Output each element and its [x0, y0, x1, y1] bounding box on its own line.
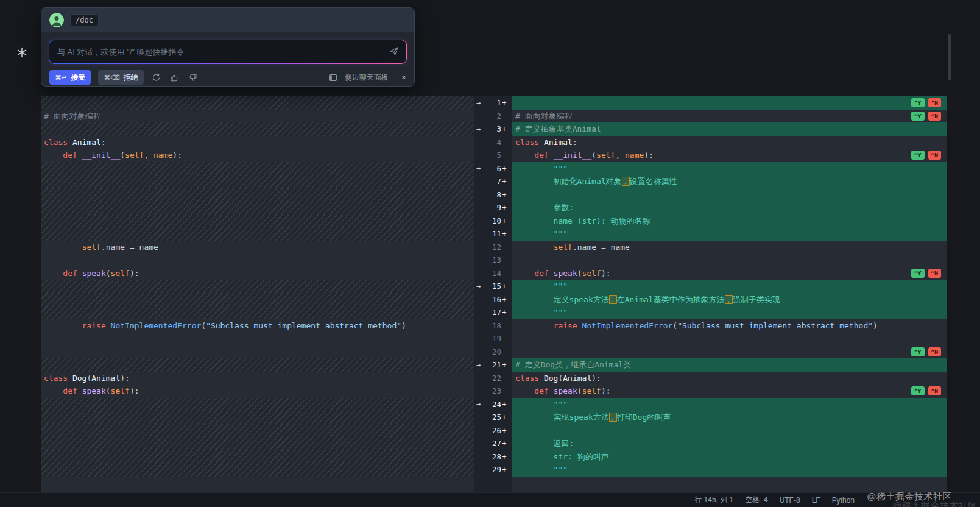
side-panel-icon [328, 72, 339, 83]
code-token: Animal [91, 374, 120, 383]
added-code-line[interactable]: """ [512, 227, 947, 241]
added-code-line[interactable]: 初始化Animal对象，设置名称属性 [512, 175, 947, 188]
hunk-reject-button[interactable]: ^N [928, 386, 941, 395]
alignment-placeholder-line[interactable] [41, 424, 474, 438]
modified-code-line[interactable]: # 面向对象编程^Y^N [512, 110, 947, 123]
alignment-placeholder-line[interactable] [41, 463, 474, 477]
original-code-line[interactable]: def __init__(self, name): [41, 149, 474, 162]
inline-chat-trigger-icon[interactable] [16, 47, 27, 58]
added-code-line[interactable] [512, 188, 947, 202]
added-code-line[interactable]: """ [512, 280, 947, 293]
modified-code-line[interactable]: def speak(self):^Y^N [512, 267, 947, 280]
alignment-placeholder-line[interactable] [41, 227, 474, 241]
modified-code-line[interactable]: ^Y^N [512, 346, 947, 359]
alignment-placeholder-line[interactable] [41, 175, 474, 188]
alignment-placeholder-line[interactable] [41, 437, 474, 450]
hunk-accept-button[interactable]: ^Y [911, 347, 924, 356]
hunk-accept-button[interactable]: ^Y [911, 386, 924, 395]
hunk-reject-button[interactable]: ^N [928, 151, 941, 160]
chat-input[interactable] [49, 40, 406, 63]
hunk-accept-button[interactable]: ^Y [911, 98, 924, 107]
original-code-pane[interactable]: # 面向对象编程class Animal: def __init__(self,… [41, 96, 474, 492]
gutter-line: 23 [474, 385, 512, 398]
original-code-line[interactable]: class Animal: [41, 136, 474, 149]
modified-code-line[interactable] [512, 332, 947, 346]
added-code-line[interactable]: """ [512, 162, 947, 176]
hunk-accept-button[interactable]: ^Y [911, 151, 924, 160]
alignment-placeholder-line[interactable] [41, 122, 474, 136]
alignment-placeholder-line[interactable] [41, 306, 474, 319]
thumbs-down-button[interactable] [188, 72, 199, 83]
alignment-placeholder-line[interactable] [41, 293, 474, 307]
added-code-line[interactable]: """ [512, 306, 947, 319]
modified-code-pane[interactable]: ^Y^N# 面向对象编程^Y^N# 定义抽象基类Animalclass Anim… [512, 96, 947, 492]
thumbs-up-button[interactable] [169, 72, 180, 83]
modified-code-line[interactable]: def __init__(self, name):^Y^N [512, 149, 947, 162]
original-code-line[interactable]: def speak(self): [41, 385, 474, 398]
alignment-placeholder-line[interactable] [41, 450, 474, 464]
modified-code-line[interactable]: raise NotImplementedError("Subclass must… [512, 319, 947, 333]
added-code-line[interactable]: str: 狗的叫声 [512, 450, 947, 464]
added-code-line[interactable]: 返回: [512, 437, 947, 450]
command-chip[interactable]: /doc [70, 14, 99, 26]
chat-secondary-actions: 侧边聊天面板 × [328, 72, 406, 83]
alignment-placeholder-line[interactable] [41, 188, 474, 202]
reject-button[interactable]: ⌘⌫ 拒绝 [98, 70, 144, 85]
line-number: 14 [485, 269, 501, 278]
alignment-placeholder-line[interactable] [41, 201, 474, 214]
added-code-line[interactable] [512, 424, 947, 438]
added-code-line[interactable]: """ [512, 398, 947, 411]
gutter-line: 8+ [474, 188, 512, 202]
hunk-reject-button[interactable]: ^N [928, 112, 941, 121]
added-code-line[interactable]: 实现speak方法，打印Dog的叫声 [512, 411, 947, 424]
modified-code-line[interactable] [512, 254, 947, 267]
added-code-line[interactable]: """ [512, 463, 947, 477]
hunk-reject-button[interactable]: ^N [928, 269, 941, 278]
hunk-reject-button[interactable]: ^N [928, 347, 941, 356]
alignment-placeholder-line[interactable] [41, 411, 474, 424]
indentation-setting[interactable]: 空格: 4 [745, 495, 767, 505]
added-code-line[interactable]: ^Y^N [512, 96, 947, 110]
hunk-accept-button[interactable]: ^Y [911, 112, 924, 121]
added-code-line[interactable]: # 定义Dog类，继承自Animal类 [512, 358, 947, 372]
alignment-placeholder-line[interactable] [41, 280, 474, 293]
added-indicator: + [501, 282, 509, 291]
send-button[interactable] [389, 46, 400, 57]
modified-code-line[interactable]: class Animal: [512, 136, 947, 149]
scrollbar-thumb[interactable] [948, 34, 951, 80]
alignment-placeholder-line[interactable] [41, 358, 474, 372]
added-code-line[interactable]: # 定义抽象基类Animal [512, 122, 947, 136]
paper-plane-icon [389, 46, 399, 56]
added-code-line[interactable]: 参数: [512, 201, 947, 214]
encoding[interactable]: UTF-8 [780, 496, 800, 505]
hunk-accept-button[interactable]: ^Y [911, 269, 924, 278]
original-code-line[interactable]: class Dog(Animal): [41, 372, 474, 385]
accept-button[interactable]: ⌘↵ 接受 [49, 70, 91, 85]
original-code-line[interactable]: self.name = name [41, 241, 474, 254]
regenerate-button[interactable] [151, 72, 162, 83]
modified-code-line[interactable]: def speak(self):^Y^N [512, 385, 947, 398]
original-code-line[interactable]: def speak(self): [41, 267, 474, 280]
original-code-line[interactable]: raise NotImplementedError("Subclass must… [41, 319, 474, 333]
alignment-placeholder-line[interactable] [41, 214, 474, 228]
cursor-position[interactable]: 行 145, 列 1 [694, 495, 733, 505]
side-panel-label[interactable]: 侧边聊天面板 [345, 73, 389, 83]
eol-setting[interactable]: LF [812, 496, 820, 505]
original-code-line[interactable] [41, 332, 474, 346]
refresh-icon [152, 73, 161, 82]
close-button[interactable]: × [401, 73, 406, 82]
modified-code-line[interactable]: class Dog(Animal): [512, 372, 947, 385]
added-code-line[interactable]: name (str): 动物的名称 [512, 214, 947, 228]
alignment-placeholder-line[interactable] [41, 162, 474, 176]
modified-code-line[interactable]: self.name = name [512, 241, 947, 254]
hunk-reject-button[interactable]: ^N [928, 98, 941, 107]
alignment-placeholder-line[interactable] [41, 96, 474, 110]
original-code-line[interactable]: # 面向对象编程 [41, 110, 474, 123]
language-mode[interactable]: Python [832, 496, 855, 505]
original-code-line[interactable] [41, 254, 474, 267]
original-code-line[interactable] [41, 346, 474, 359]
code-token: raise [82, 321, 111, 330]
added-code-line[interactable]: 定义speak方法，在Animal基类中作为抽象方法，强制子类实现 [512, 293, 947, 307]
code-token: 参数: [515, 203, 574, 212]
alignment-placeholder-line[interactable] [41, 398, 474, 411]
